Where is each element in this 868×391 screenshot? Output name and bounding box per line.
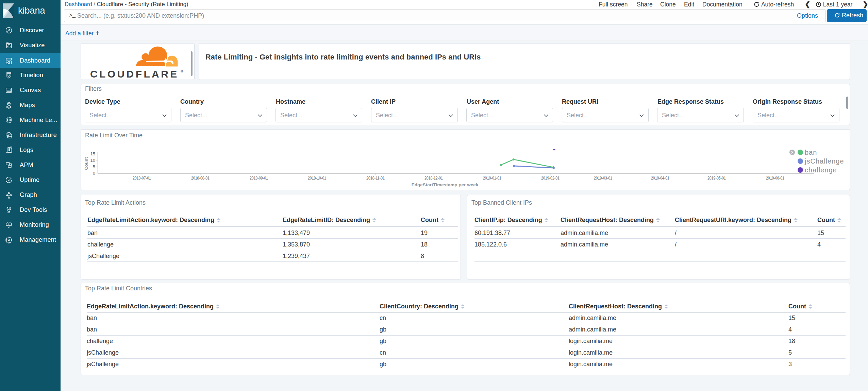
svg-text:CLOUDFLARE: CLOUDFLARE (90, 68, 179, 80)
svg-text:2019-04-01: 2019-04-01 (651, 175, 669, 181)
svg-text:2019-02-01: 2019-02-01 (541, 175, 560, 181)
svg-text:Count: Count (84, 157, 89, 170)
svg-text:2019-01-01: 2019-01-01 (483, 175, 501, 181)
svg-text:2019-05-01: 2019-05-01 (707, 175, 726, 181)
svg-text:2018-07-01: 2018-07-01 (133, 175, 151, 181)
svg-text:0: 0 (93, 171, 95, 176)
svg-text:2018-12-01: 2018-12-01 (424, 175, 443, 181)
svg-text:2018-09-01: 2018-09-01 (250, 175, 268, 181)
svg-text:2018-10-01: 2018-10-01 (308, 175, 326, 181)
svg-text:2018-08-01: 2018-08-01 (191, 175, 210, 181)
svg-text:®: ® (181, 69, 183, 73)
svg-text:5: 5 (93, 164, 95, 169)
svg-text:15: 15 (90, 151, 95, 156)
svg-text:EdgeStartTimestamp per week: EdgeStartTimestamp per week (412, 182, 479, 187)
svg-text:2018-11-01: 2018-11-01 (366, 175, 385, 181)
svg-text:2019-06-01: 2019-06-01 (766, 175, 784, 181)
svg-text:10: 10 (90, 158, 95, 163)
svg-text:2019-03-01: 2019-03-01 (594, 175, 612, 181)
